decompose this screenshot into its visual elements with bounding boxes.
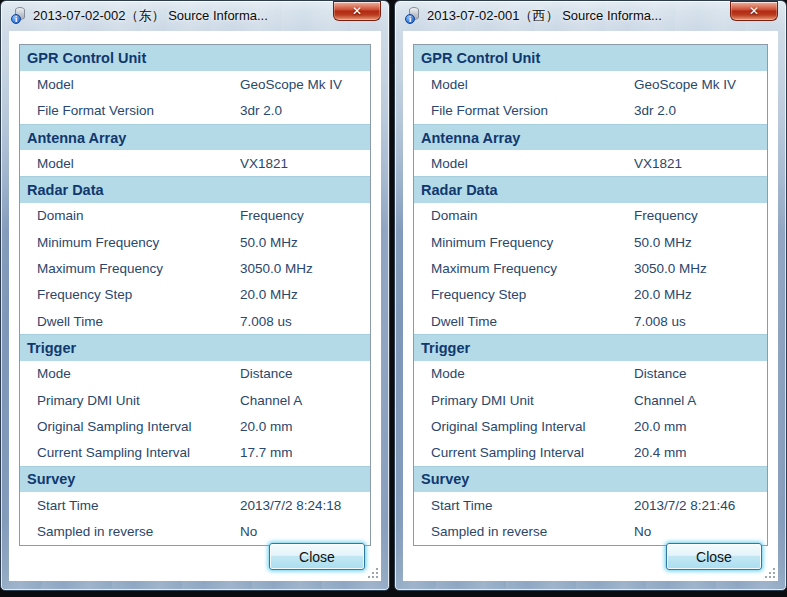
- info-row: Primary DMI UnitChannel A: [414, 387, 767, 413]
- close-window-button[interactable]: ✕: [730, 1, 778, 21]
- info-row: ModelVX1821: [414, 150, 767, 176]
- row-value: 2013/7/2 8:21:46: [634, 498, 735, 513]
- info-row: Dwell Time7.008 us: [20, 308, 370, 334]
- resize-grip[interactable]: [763, 566, 775, 578]
- row-label: Start Time: [20, 498, 99, 513]
- row-label: Original Sampling Interval: [20, 419, 192, 434]
- info-row: Maximum Frequency3050.0 MHz: [20, 255, 370, 281]
- row-label: Primary DMI Unit: [20, 393, 140, 408]
- titlebar[interactable]: i 2013-07-02-001（西） Source Informa... ✕: [395, 1, 786, 31]
- row-label: Current Sampling Interval: [414, 445, 584, 460]
- info-row: Start Time2013/7/2 8:21:46: [414, 492, 767, 518]
- row-label: Sampled in reverse: [20, 524, 153, 539]
- info-badge-icon: i: [11, 14, 21, 24]
- info-badge-icon: i: [405, 14, 415, 24]
- section-header: Antenna Array: [414, 124, 767, 150]
- info-row: Current Sampling Interval17.7 mm: [20, 439, 370, 465]
- row-value: 7.008 us: [634, 314, 686, 329]
- row-label: Model: [414, 77, 468, 92]
- row-value: 3050.0 MHz: [240, 261, 313, 276]
- row-label: Mode: [414, 366, 465, 381]
- row-value: 50.0 MHz: [634, 235, 692, 250]
- row-label: Primary DMI Unit: [414, 393, 534, 408]
- info-row: Original Sampling Interval20.0 mm: [20, 413, 370, 439]
- row-label: File Format Version: [414, 103, 548, 118]
- row-value: GeoScope Mk IV: [240, 77, 342, 92]
- row-label: Minimum Frequency: [20, 235, 159, 250]
- row-label: Sampled in reverse: [414, 524, 547, 539]
- row-value: VX1821: [240, 156, 288, 171]
- row-value: GeoScope Mk IV: [634, 77, 736, 92]
- row-label: Model: [20, 156, 74, 171]
- info-row: Sampled in reverseNo: [20, 518, 370, 544]
- row-label: Frequency Step: [20, 287, 132, 302]
- info-row: Minimum Frequency50.0 MHz: [20, 229, 370, 255]
- row-value: Frequency: [634, 208, 698, 223]
- section-header: GPR Control Unit: [20, 45, 370, 71]
- row-label: Maximum Frequency: [20, 261, 163, 276]
- section-header: Survey: [414, 466, 767, 492]
- info-row: ModeDistance: [414, 361, 767, 387]
- info-row: File Format Version3dr 2.0: [414, 98, 767, 124]
- info-row: Start Time2013/7/2 8:24:18: [20, 492, 370, 518]
- row-value: 3050.0 MHz: [634, 261, 707, 276]
- section-header: Radar Data: [414, 176, 767, 202]
- row-value: 20.0 mm: [634, 419, 687, 434]
- row-value: VX1821: [634, 156, 682, 171]
- row-label: Model: [414, 156, 468, 171]
- resize-grip[interactable]: [366, 566, 378, 578]
- row-value: 20.0 MHz: [240, 287, 298, 302]
- info-row: Primary DMI UnitChannel A: [20, 387, 370, 413]
- row-value: No: [240, 524, 257, 539]
- section-header: GPR Control Unit: [414, 45, 767, 71]
- source-info-icon: i: [405, 7, 421, 24]
- row-label: File Format Version: [20, 103, 154, 118]
- row-label: Domain: [20, 208, 84, 223]
- info-row: Original Sampling Interval20.0 mm: [414, 413, 767, 439]
- info-row: ModelGeoScope Mk IV: [20, 71, 370, 97]
- window-west: i 2013-07-02-001（西） Source Informa... ✕ …: [394, 0, 787, 591]
- window-title: 2013-07-02-002（东） Source Informa...: [33, 1, 325, 31]
- row-value: 20.4 mm: [634, 445, 687, 460]
- row-label: Domain: [414, 208, 478, 223]
- close-window-button[interactable]: ✕: [333, 1, 381, 21]
- window-title: 2013-07-02-001（西） Source Informa...: [427, 1, 722, 31]
- row-value: No: [634, 524, 651, 539]
- row-label: Maximum Frequency: [414, 261, 557, 276]
- info-row: DomainFrequency: [20, 203, 370, 229]
- row-value: Channel A: [634, 393, 696, 408]
- info-row: Current Sampling Interval20.4 mm: [414, 439, 767, 465]
- row-value: 20.0 MHz: [634, 287, 692, 302]
- row-label: Dwell Time: [414, 314, 497, 329]
- row-value: 7.008 us: [240, 314, 292, 329]
- row-label: Model: [20, 77, 74, 92]
- info-row: Minimum Frequency50.0 MHz: [414, 229, 767, 255]
- section-header: Survey: [20, 466, 370, 492]
- row-label: Current Sampling Interval: [20, 445, 190, 460]
- row-label: Original Sampling Interval: [414, 419, 586, 434]
- row-value: Distance: [634, 366, 687, 381]
- row-label: Frequency Step: [414, 287, 526, 302]
- row-value: Distance: [240, 366, 293, 381]
- close-button[interactable]: Close: [269, 543, 365, 570]
- source-info-icon: i: [11, 7, 27, 24]
- section-header: Trigger: [414, 334, 767, 360]
- titlebar[interactable]: i 2013-07-02-002（东） Source Informa... ✕: [1, 1, 389, 31]
- info-row: Maximum Frequency3050.0 MHz: [414, 255, 767, 281]
- row-value: 17.7 mm: [240, 445, 293, 460]
- info-row: ModelGeoScope Mk IV: [414, 71, 767, 97]
- row-label: Dwell Time: [20, 314, 103, 329]
- row-label: Minimum Frequency: [414, 235, 553, 250]
- client-area: GPR Control UnitModelGeoScope Mk IVFile …: [9, 31, 381, 581]
- section-header: Trigger: [20, 334, 370, 360]
- row-label: Mode: [20, 366, 71, 381]
- close-icon: ✕: [352, 4, 362, 18]
- info-panel: GPR Control UnitModelGeoScope Mk IVFile …: [19, 44, 371, 546]
- info-row: ModeDistance: [20, 361, 370, 387]
- window-east: i 2013-07-02-002（东） Source Informa... ✕ …: [0, 0, 390, 591]
- section-header: Radar Data: [20, 176, 370, 202]
- info-row: Frequency Step20.0 MHz: [20, 282, 370, 308]
- close-button[interactable]: Close: [666, 543, 762, 570]
- desktop: i 2013-07-02-002（东） Source Informa... ✕ …: [0, 0, 787, 591]
- info-row: Sampled in reverseNo: [414, 518, 767, 544]
